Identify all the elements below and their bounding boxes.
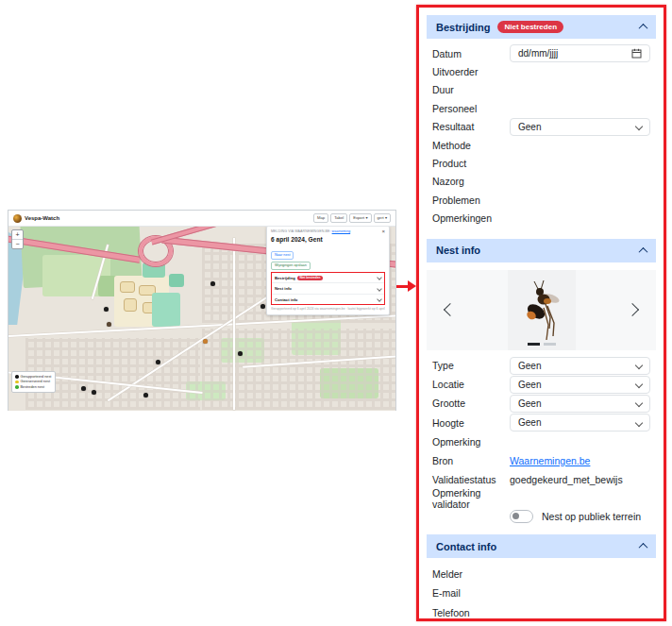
popup-source-label: MELDING VIA WAARNEMINGEN.BE:	[271, 229, 331, 233]
nest-marker[interactable]	[143, 393, 148, 398]
map-zoom-control: + −	[11, 229, 24, 249]
popup-secondary-button[interactable]: Wijzigingen opslaan	[271, 262, 311, 270]
legend-label: Bestreden nest	[21, 385, 45, 389]
chevron-down-icon	[635, 418, 643, 426]
field-label: Duur	[432, 84, 510, 95]
accordion-header-bestrijding[interactable]: Bestrijding Niet bestreden	[427, 15, 656, 39]
field-label: Melder	[432, 568, 510, 580]
reported-nest-dot-icon	[15, 375, 19, 379]
app-nav: Map Tabel Export ▾ gert ▾	[313, 213, 391, 222]
photo-carousel	[427, 270, 656, 350]
map[interactable]: + − Gerapporteerd nest Gereserveerd nest…	[8, 227, 395, 411]
field-label: Telefoon	[432, 607, 510, 618]
legend-label: Gereserveerd nest	[21, 380, 50, 383]
bestrijding-body: Datum dd/mm/jjjj Uitvoerder	[419, 39, 664, 231]
nest-marker[interactable]	[104, 307, 109, 312]
field-row-bron: Bron Waarnemingen.be	[432, 451, 650, 470]
resultaat-select[interactable]: Geen	[510, 118, 650, 136]
popup-source-link[interactable]: waarneming	[332, 229, 351, 233]
arrow-head	[408, 280, 416, 292]
field-label: Validatiestatus	[432, 474, 510, 485]
chevron-down-icon	[377, 286, 382, 292]
status-badge: Niet bestreden	[497, 21, 563, 33]
chevron-down-icon	[635, 381, 643, 388]
field-row-grootte: Grootte Geen	[432, 394, 650, 413]
carousel-indicator-active[interactable]	[528, 343, 540, 346]
app-brand: Vespa-Watch	[25, 215, 59, 221]
screenshot-canvas: Vespa-Watch Map Tabel Export ▾ gert ▾	[0, 0, 672, 626]
detail-panel: Bestrijding Niet bestreden Datum dd/mm/j…	[416, 5, 666, 621]
status-badge: Niet bestreden	[297, 276, 323, 280]
accordion-header-nest-info[interactable]: Nest info	[427, 239, 656, 262]
nest-info-body: Type Geen Locatie Geen Grootte Geen	[419, 350, 664, 530]
validatie-value: goedgekeurd_met_bewijs	[510, 474, 623, 485]
nest-marker[interactable]	[238, 351, 243, 356]
field-row-validatiestatus: Validatiestatus goedgekeurd_met_bewijs	[432, 470, 650, 489]
bron-link[interactable]: Waarnemingen.be	[510, 455, 590, 466]
mini-accordion-nest-info[interactable]: Nest info	[272, 283, 384, 295]
field-label: Personeel	[432, 103, 510, 114]
type-select[interactable]: Geen	[510, 357, 650, 375]
app-header: Vespa-Watch Map Tabel Export ▾ gert ▾	[8, 211, 395, 227]
nest-marker[interactable]	[156, 360, 160, 364]
legend-item: Gerapporteerd nest	[15, 374, 51, 380]
chevron-down-icon	[377, 296, 382, 302]
field-label: Locatie	[432, 379, 510, 390]
mini-accordion-contact-info[interactable]: Contact info	[272, 295, 384, 305]
field-label: Bron	[432, 455, 510, 466]
nest-marker[interactable]	[81, 386, 86, 391]
field-label: Opmerkingen	[432, 212, 510, 224]
field-row-hoogte: Hoogte Geen	[432, 413, 650, 431]
popup-footnote: Gerapporteerd op 6 april 2024 via waarne…	[271, 307, 385, 311]
nest-marker-selected[interactable]	[203, 339, 208, 344]
field-label: E-mail	[432, 587, 510, 599]
close-icon[interactable]: ×	[381, 229, 385, 234]
date-placeholder: dd/mm/jjjj	[518, 48, 558, 59]
nav-user-menu-button[interactable]: gert ▾	[374, 213, 391, 222]
field-label: Product	[432, 158, 510, 169]
nest-detail-popup: MELDING VIA WAARNEMINGEN.BE: waarneming …	[266, 227, 390, 315]
grootte-select[interactable]: Geen	[510, 395, 650, 413]
chevron-down-icon	[635, 123, 643, 130]
select-value: Geen	[518, 417, 541, 428]
field-label: Resultaat	[432, 121, 510, 132]
zoom-in-button[interactable]: +	[12, 230, 23, 239]
map-legend: Gerapporteerd nest Gereserveerd nest Bes…	[11, 371, 56, 393]
field-label: Uitvoerder	[432, 66, 510, 77]
nav-tabel-button[interactable]: Tabel	[330, 213, 347, 222]
nav-export-button[interactable]: Export ▾	[349, 213, 371, 222]
legend-label: Gerapporteerd nest	[21, 375, 52, 379]
locatie-select[interactable]: Geen	[510, 376, 650, 394]
section-title: Nest info	[436, 245, 480, 256]
field-row-personeel: Personeel	[432, 99, 650, 117]
carousel-next-icon[interactable]	[626, 303, 639, 316]
nest-marker[interactable]	[92, 390, 96, 395]
nest-photo	[508, 270, 576, 350]
calendar-icon[interactable]	[631, 48, 642, 59]
nest-marker[interactable]	[107, 322, 111, 327]
field-row-opmerking: Opmerking	[432, 432, 650, 451]
popup-primary-button[interactable]: Naar nest	[271, 251, 294, 260]
field-row-methode: Methode	[432, 136, 650, 154]
treated-nest-dot-icon	[15, 385, 19, 389]
mini-accordion-bestrijding[interactable]: Bestrijding Niet bestreden	[272, 273, 384, 284]
reserved-nest-dot-icon	[15, 381, 19, 384]
publiek-terrein-toggle[interactable]	[510, 510, 533, 523]
carousel-previous-icon[interactable]	[444, 303, 457, 316]
mini-screenshot: Vespa-Watch Map Tabel Export ▾ gert ▾	[8, 210, 396, 411]
nest-marker[interactable]	[210, 281, 215, 286]
chevron-down-icon	[377, 275, 382, 280]
hoogte-select[interactable]: Geen	[510, 414, 650, 431]
zoom-out-button[interactable]: −	[12, 239, 23, 248]
accordion-header-contact-info[interactable]: Contact info	[427, 534, 656, 558]
section-title: Contact info	[436, 541, 496, 552]
carousel-indicator[interactable]	[544, 343, 556, 346]
field-row-uitvoerder: Uitvoerder	[432, 62, 650, 80]
nav-map-button[interactable]: Map	[313, 213, 328, 222]
nest-marker[interactable]	[260, 304, 265, 309]
chevron-up-icon	[639, 24, 648, 33]
field-row-product: Product	[432, 154, 650, 172]
datum-date-input[interactable]: dd/mm/jjjj	[510, 44, 650, 62]
field-row-datum: Datum dd/mm/jjjj	[432, 44, 650, 62]
select-value: Geen	[518, 122, 541, 132]
